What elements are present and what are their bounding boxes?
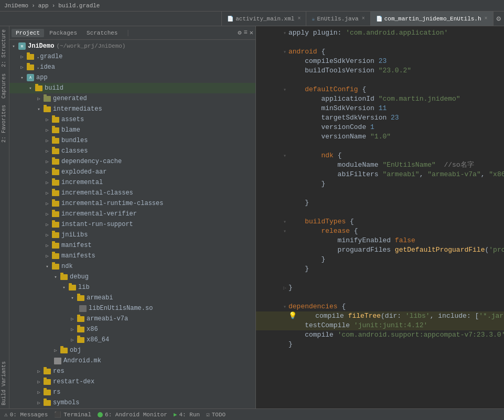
title-bar: JniDemo › app › build.gradle: [0, 0, 504, 12]
code-line-30: ▾ dependencies {: [256, 302, 504, 311]
editor-tab-tools: ⚙: [494, 12, 504, 26]
code-line-20: [256, 208, 504, 217]
tree-item-exploded-aar[interactable]: ▷ exploded-aar: [9, 167, 255, 177]
code-line-24: proguardFiles getDefaultProguardFile('pr…: [256, 245, 504, 255]
code-line-16: abiFilters "armeabi", "armeabi-v7a", "x8…: [256, 170, 504, 179]
tab-enutils-h[interactable]: 📄 com_martin_jnidemo_EnUtils.h ×: [371, 12, 494, 26]
code-area[interactable]: ▾ apply plugin: 'com.android.application…: [256, 26, 504, 408]
tree-item-symbols[interactable]: ▷ symbols: [9, 397, 255, 408]
tab-bar: 📄 activity_main.xml × ☕ EnUtils.java × 📄…: [0, 12, 504, 26]
tree-item-build[interactable]: ▾ build: [9, 83, 255, 93]
code-line-31-warning: 💡 compile fileTree(dir: 'libs', include:…: [256, 311, 504, 321]
bottom-run[interactable]: ▶ 4: Run: [174, 411, 200, 418]
tree-item-instant-run-support[interactable]: ▷ instant-run-support: [9, 219, 255, 230]
title-module: app: [38, 3, 49, 9]
title-file: build.gradle: [58, 3, 100, 9]
tree-item-debug[interactable]: ▾ debug: [9, 272, 255, 282]
code-line-11: versionCode 1: [256, 123, 504, 132]
project-panel: Project Packages Scratches | ⚙ ≡ ✕ ▾ M J…: [9, 26, 256, 408]
panel-tool-1[interactable]: ⚙: [238, 29, 241, 37]
tab-section-left: [0, 12, 222, 26]
panel-tab-packages[interactable]: Packages: [45, 29, 81, 37]
panel-sep: |: [126, 29, 130, 37]
tree-item-manifest[interactable]: ▷ manifest: [9, 240, 255, 251]
title-sep2: ›: [52, 3, 56, 9]
tree-container: ▾ M JniDemo (~/work_prj/JniDemo) ▷ .grad…: [9, 40, 255, 408]
tree-item-assets[interactable]: ▷ assets: [9, 114, 255, 125]
tab-activity-main[interactable]: 📄 activity_main.xml ×: [222, 12, 306, 26]
code-line-32-highlight: testCompile 'junit:junit:4.12': [256, 321, 504, 330]
code-line-7: ▾ defaultConfig {: [256, 85, 504, 94]
bottom-bar: ⚠ 0: Messages ⬛ Terminal 6: Android Moni…: [0, 408, 504, 420]
tree-item-armeabi-v7a[interactable]: ▷ armeabi-v7a: [9, 314, 255, 324]
tree-item-incremental-classes[interactable]: ▷ incremental-classes: [9, 188, 255, 198]
title-project: JniDemo: [4, 3, 28, 9]
panel-tool-2[interactable]: ≡: [244, 29, 248, 37]
panel-tool-3[interactable]: ✕: [250, 29, 253, 37]
tab-enutils-java[interactable]: ☕ EnUtils.java ×: [306, 12, 370, 26]
title-sep1: ›: [31, 3, 35, 9]
tree-item-so-file[interactable]: libEnUtilsName.so: [9, 303, 255, 314]
bottom-messages[interactable]: ⚠ 0: Messages: [4, 411, 48, 418]
sidebar-label-structure[interactable]: 2: Structure: [0, 26, 9, 70]
code-line-15: moduleName "EnUtilsName" //so名字: [256, 160, 504, 170]
tree-item-x86[interactable]: ▷ x86: [9, 324, 255, 335]
tree-item-incremental-runtime-classes[interactable]: ▷ incremental-runtime-classes: [9, 198, 255, 209]
code-line-9: minSdkVersion 11: [256, 104, 504, 113]
tree-item-manifests[interactable]: ▷ manifests: [9, 251, 255, 261]
tree-item-lib[interactable]: ▾ lib: [9, 282, 255, 293]
tree-item-classes[interactable]: ▷ classes: [9, 146, 255, 156]
code-line-2: [256, 38, 504, 47]
bottom-terminal[interactable]: ⬛ Terminal: [54, 411, 91, 418]
code-line-1: ▾ apply plugin: 'com.android.application…: [256, 28, 504, 38]
code-line-22: ▾ release {: [256, 227, 504, 236]
code-line-19: }: [256, 198, 504, 208]
panel-tools: ⚙ ≡ ✕: [238, 29, 253, 37]
tree-item-dependency-cache[interactable]: ▷ dependency-cache: [9, 156, 255, 167]
code-line-27: [256, 274, 504, 283]
android-monitor-icon: [98, 412, 103, 417]
code-line-33: compile 'com.android.support:appcompat-v…: [256, 330, 504, 340]
code-line-8: applicationId "com.martin.jnidemo": [256, 94, 504, 104]
code-line-26: }: [256, 264, 504, 274]
panel-tab-scratches[interactable]: Scratches: [82, 29, 122, 37]
tree-item-android-mk[interactable]: Android.mk: [9, 356, 255, 366]
bottom-todo[interactable]: ☑ TODO: [206, 411, 226, 418]
tree-item-root[interactable]: ▾ M JniDemo (~/work_prj/JniDemo): [9, 41, 255, 51]
tree-item-bundles[interactable]: ▷ bundles: [9, 135, 255, 146]
tree-item-generated[interactable]: ▷ generated: [9, 93, 255, 104]
tree-item-incremental-verifier[interactable]: ▷ incremental-verifier: [9, 209, 255, 219]
tree-item-intermediates[interactable]: ▾ intermediates: [9, 104, 255, 114]
code-line-23: minifyEnabled false: [256, 236, 504, 245]
tree-item-rs[interactable]: ▷ rs: [9, 387, 255, 397]
tree-item-idea[interactable]: ▷ .idea: [9, 62, 255, 72]
tree-item-gradle[interactable]: ▷ .gradle: [9, 51, 255, 62]
tree-item-blame[interactable]: ▷ blame: [9, 125, 255, 135]
code-line-3: ▾ android {: [256, 47, 504, 57]
sidebar-label-favorites[interactable]: 2: Favorites: [0, 102, 9, 146]
bottom-android-monitor[interactable]: 6: Android Monitor: [98, 412, 167, 418]
tree-item-jnilibs[interactable]: ▷ jniLibs: [9, 230, 255, 240]
code-line-18: [256, 189, 504, 198]
project-panel-tabs: Project Packages Scratches | ⚙ ≡ ✕: [9, 26, 255, 40]
tree-item-incremental[interactable]: ▷ incremental: [9, 177, 255, 188]
code-line-29: [256, 293, 504, 302]
code-line-14: ▾ ndk {: [256, 151, 504, 160]
panel-tab-project[interactable]: Project: [12, 29, 44, 37]
sidebar-label-captures[interactable]: Captures: [0, 70, 9, 102]
left-sidebar: 2: Structure Captures 2: Favorites Build…: [0, 26, 9, 408]
tree-item-x86-64[interactable]: ▷ x86_64: [9, 335, 255, 345]
tree-item-restart-dex[interactable]: ▷ restart-dex: [9, 376, 255, 387]
code-line-28: ▷ }: [256, 283, 504, 293]
code-line-6: [256, 76, 504, 85]
tree-item-armeabi[interactable]: ▾ armeabi: [9, 293, 255, 303]
code-line-5: buildToolsVersion "23.0.2": [256, 66, 504, 76]
sidebar-label-build-variants[interactable]: Build Variants: [0, 358, 9, 408]
code-line-34: }: [256, 340, 504, 349]
tree-item-ndk[interactable]: ▾ ndk: [9, 261, 255, 272]
tree-item-app[interactable]: ▾ A app: [9, 72, 255, 83]
tree-item-res[interactable]: ▷ res: [9, 366, 255, 376]
tab-section-right: 📄 activity_main.xml × ☕ EnUtils.java × 📄…: [222, 12, 504, 26]
tree-item-obj[interactable]: ▷ obj: [9, 345, 255, 356]
code-line-17: }: [256, 179, 504, 189]
